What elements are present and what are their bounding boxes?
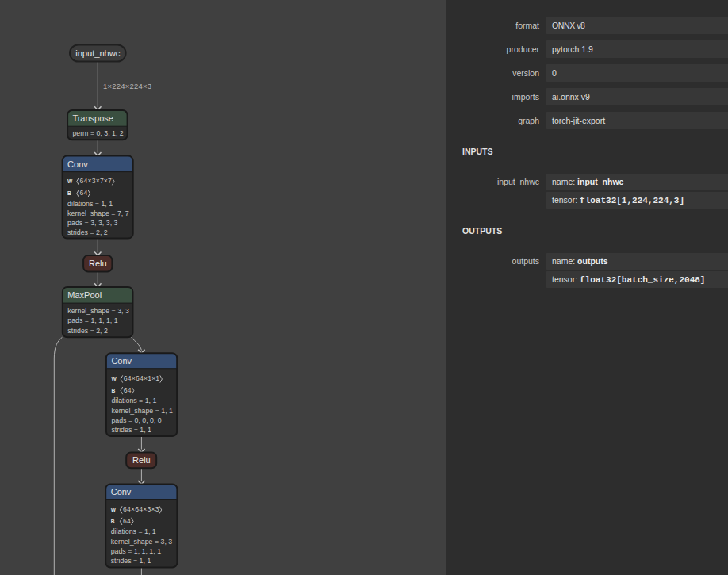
svg-text:Relu: Relu [132,455,151,465]
svg-text:kernel_shape = 1, 1: kernel_shape = 1, 1 [111,407,173,415]
svg-text:Conv: Conv [111,487,132,496]
svg-text:Conv: Conv [67,159,88,169]
svg-text:B: B [67,190,71,196]
svg-text:64: 64 [123,517,131,525]
svg-text:W: W [67,178,73,184]
svg-text:kernel_shape = 3, 3: kernel_shape = 3, 3 [67,307,129,315]
svg-text:dilations = 1, 1: dilations = 1, 1 [111,527,156,535]
svg-text:B: B [111,519,115,524]
svg-text:strides = 1, 1: strides = 1, 1 [111,426,151,434]
svg-text:perm = 0, 3, 1, 2: perm = 0, 3, 1, 2 [72,129,123,137]
svg-text:W: W [111,507,117,512]
svg-text:pads = 3, 3, 3, 3: pads = 3, 3, 3, 3 [67,219,117,227]
svg-text:strides = 1, 1: strides = 1, 1 [111,557,151,565]
svg-text:64×3×7×7: 64×3×7×7 [80,177,113,185]
svg-text:1×224×224×3: 1×224×224×3 [103,82,151,90]
svg-text:strides = 2, 2: strides = 2, 2 [67,327,108,335]
svg-text:kernel_shape = 3, 3: kernel_shape = 3, 3 [111,538,173,546]
svg-text:pads = 1, 1, 1, 1: pads = 1, 1, 1, 1 [111,547,161,555]
svg-text:dilations = 1, 1: dilations = 1, 1 [111,397,156,404]
svg-text:strides = 2, 2: strides = 2, 2 [67,228,108,236]
svg-text:pads = 1, 1, 1, 1: pads = 1, 1, 1, 1 [67,316,117,324]
svg-text:64: 64 [80,189,88,197]
svg-text:64×64×3×3: 64×64×3×3 [123,505,159,513]
svg-text:64×64×1×1: 64×64×1×1 [124,374,160,382]
svg-text:MaxPool: MaxPool [67,290,102,300]
svg-text:Transpose: Transpose [72,113,113,123]
svg-text:B: B [111,388,115,393]
svg-text:Relu: Relu [89,259,107,268]
svg-text:dilations = 1, 1: dilations = 1, 1 [67,200,113,208]
svg-text:Conv: Conv [111,356,132,366]
svg-text:pads = 0, 0, 0, 0: pads = 0, 0, 0, 0 [111,416,161,424]
svg-text:W: W [111,376,117,381]
svg-text:input_nhwc: input_nhwc [75,48,121,58]
svg-text:64: 64 [124,386,132,394]
svg-text:kernel_shape = 7, 7: kernel_shape = 7, 7 [67,209,129,217]
